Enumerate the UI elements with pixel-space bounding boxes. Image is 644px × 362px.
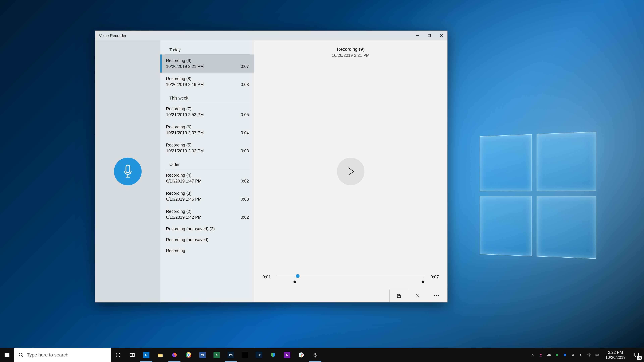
taskbar-app-chrome[interactable]: [182, 348, 196, 362]
group-header: Older: [165, 157, 250, 169]
recording-item[interactable]: Recording (9)10/26/2019 2:21 PM0:07: [160, 54, 254, 72]
taskbar-clock[interactable]: 2:22 PM 10/26/2019: [602, 348, 629, 362]
detail-title: Recording (9): [332, 47, 370, 52]
tray-app-3[interactable]: [569, 348, 577, 362]
windows-logo-art: [480, 132, 596, 259]
taskbar-app-firefox[interactable]: [167, 348, 182, 362]
close-button[interactable]: [435, 31, 448, 40]
start-button[interactable]: [0, 348, 14, 362]
trim-marker-start[interactable]: [295, 277, 295, 282]
taskbar-app-onenote[interactable]: N: [280, 348, 294, 362]
tray-overflow[interactable]: [529, 348, 537, 362]
recording-name: Recording: [166, 248, 185, 253]
taskbar-app-word[interactable]: W: [196, 348, 210, 362]
recording-date: 10/26/2019 2:21 PM: [166, 64, 204, 69]
taskbar-app-photoshop[interactable]: Ps: [224, 348, 238, 362]
tray-people[interactable]: [537, 348, 545, 362]
svg-rect-11: [7, 353, 10, 355]
playhead[interactable]: [296, 274, 300, 278]
recording-duration: 0:05: [241, 112, 249, 117]
clock-date: 10/26/2019: [606, 355, 626, 360]
recording-date: 10/21/2019 2:53 PM: [166, 112, 204, 117]
save-icon: [397, 294, 401, 298]
tray-network[interactable]: [585, 348, 593, 362]
onenote-icon: N: [284, 352, 290, 358]
recording-name: Recording (autosaved) (2): [166, 226, 215, 231]
taskbar-app-outlook[interactable]: O: [139, 348, 153, 362]
taskbar-app-slack[interactable]: [294, 348, 308, 362]
tray-app-2[interactable]: [561, 348, 569, 362]
recording-item[interactable]: Recording (6)10/21/2019 2:07 PM0:04: [160, 121, 254, 139]
tray-onedrive[interactable]: [545, 348, 553, 362]
record-button[interactable]: [114, 158, 142, 185]
taskbar-app-file-explorer[interactable]: [153, 348, 167, 362]
shield-icon: [270, 352, 276, 358]
svg-rect-18: [132, 354, 134, 357]
recording-item[interactable]: Recording (7)10/21/2019 2:53 PM0:05: [160, 103, 254, 121]
taskbar-apps: OWXPsLrN: [111, 348, 322, 362]
cancel-trim-button[interactable]: [408, 289, 427, 302]
recording-name: Recording (autosaved): [166, 237, 208, 242]
svg-rect-31: [314, 353, 316, 356]
more-button[interactable]: [427, 289, 446, 302]
taskbar-app-defender[interactable]: [266, 348, 280, 362]
search-icon: [18, 353, 24, 358]
recording-item[interactable]: Recording (3)6/10/2019 1:45 PM0:03: [160, 187, 254, 205]
taskbar-app-sonos[interactable]: [238, 348, 252, 362]
svg-point-35: [564, 354, 566, 356]
taskbar-app-excel[interactable]: X: [210, 348, 224, 362]
svg-point-14: [19, 353, 22, 356]
svg-rect-10: [5, 353, 7, 355]
tray-battery[interactable]: [593, 348, 601, 362]
word-icon: W: [200, 352, 206, 358]
outlook-icon: O: [143, 352, 150, 358]
maximize-button[interactable]: [423, 31, 435, 40]
titlebar[interactable]: Voice Recorder: [95, 31, 448, 40]
recording-duration: 0:03: [241, 197, 249, 202]
minimize-button[interactable]: [411, 31, 423, 40]
svg-rect-37: [596, 354, 598, 356]
ellipsis-icon: [434, 295, 435, 296]
search-box[interactable]: Type here to search: [14, 348, 111, 362]
svg-rect-13: [7, 355, 10, 357]
recording-item[interactable]: Recording (8)10/26/2019 2:19 PM0:03: [160, 72, 254, 91]
record-panel: [95, 40, 160, 302]
cortana-icon: [115, 352, 121, 358]
taskbar-app-lightroom[interactable]: Lr: [252, 348, 266, 362]
close-icon: [415, 294, 420, 298]
timeline-track[interactable]: [277, 272, 424, 282]
tray-app-1[interactable]: [553, 348, 561, 362]
svg-point-33: [540, 354, 542, 355]
svg-point-16: [116, 353, 120, 357]
recording-item[interactable]: Recording (2)6/10/2019 1:42 PM0:02: [160, 205, 254, 223]
svg-line-15: [22, 356, 23, 357]
window-title: Voice Recorder: [95, 31, 126, 40]
windows-icon: [4, 352, 10, 358]
recording-duration: 0:02: [241, 179, 249, 184]
notification-count: 29: [637, 356, 642, 360]
photoshop-icon: Ps: [228, 352, 234, 358]
taskbar-app-task-view[interactable]: [125, 348, 139, 362]
save-trim-button[interactable]: [390, 289, 408, 302]
volume-icon: [579, 353, 583, 357]
recording-item[interactable]: Recording (5)10/21/2019 2:02 PM0:03: [160, 139, 254, 157]
recording-duration: 0:04: [241, 130, 249, 135]
recording-item[interactable]: Recording (4)6/10/2019 1:47 PM0:02: [160, 169, 254, 187]
play-button[interactable]: [337, 158, 364, 185]
taskbar-app-voice-recorder[interactable]: [308, 348, 322, 362]
recording-name: Recording (8): [166, 76, 191, 81]
detail-toolbar: [390, 289, 448, 302]
recording-duration: 0:07: [241, 64, 249, 69]
folder-icon: [157, 352, 163, 358]
recording-item[interactable]: Recording: [160, 245, 254, 256]
tray-volume[interactable]: [577, 348, 585, 362]
svg-rect-30: [301, 355, 303, 355]
recording-item[interactable]: Recording (autosaved): [160, 234, 254, 245]
taskbar: Type here to search OWXPsLrN 2:22 PM 10/…: [0, 348, 644, 362]
trim-marker-end[interactable]: [423, 277, 423, 282]
recording-date: 6/10/2019 1:47 PM: [166, 179, 202, 184]
taskbar-app-cortana[interactable]: [111, 348, 125, 362]
recording-item[interactable]: Recording (autosaved) (2): [160, 223, 254, 234]
recordings-list[interactable]: TodayRecording (9)10/26/2019 2:21 PM0:07…: [160, 40, 254, 302]
action-center-button[interactable]: 29: [629, 348, 644, 362]
